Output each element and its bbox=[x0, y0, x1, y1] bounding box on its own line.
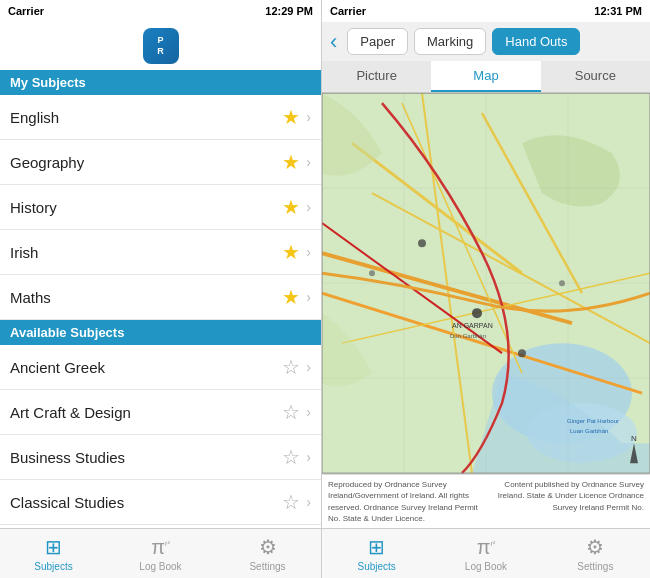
subjects-icon: ⊞ bbox=[368, 535, 385, 559]
star-empty-icon[interactable]: ☆ bbox=[282, 400, 300, 424]
nav-settings-label: Settings bbox=[249, 561, 285, 572]
subject-name: History bbox=[10, 199, 282, 216]
logo-area: PR bbox=[0, 22, 321, 70]
list-item[interactable]: Irish ★ › bbox=[0, 230, 321, 275]
list-item[interactable]: Geography ★ › bbox=[0, 140, 321, 185]
logbook-icon: πr² bbox=[151, 536, 169, 559]
sub-tab-row: Picture Map Source bbox=[322, 61, 650, 92]
svg-text:Ginger Pat Harbour: Ginger Pat Harbour bbox=[567, 418, 619, 424]
nav-logbook-label: Log Book bbox=[139, 561, 181, 572]
left-panel: Carrier 12:29 PM PR My Subjects English … bbox=[0, 0, 322, 578]
subject-name: Classical Studies bbox=[10, 494, 282, 511]
subject-name: Ancient Greek bbox=[10, 359, 282, 376]
subject-name: Business Studies bbox=[10, 449, 282, 466]
map-footer-left: Reproduced by Ordnance Survey Ireland/Go… bbox=[328, 479, 486, 524]
available-subjects-header: Available Subjects bbox=[0, 320, 321, 345]
tab-handouts[interactable]: Hand Outs bbox=[492, 28, 580, 55]
chevron-icon: › bbox=[306, 359, 311, 375]
nav-item-settings[interactable]: ⚙ Settings bbox=[214, 529, 321, 578]
map-footer: Reproduced by Ordnance Survey Ireland/Go… bbox=[322, 474, 650, 528]
right-time: 12:31 PM bbox=[594, 5, 642, 17]
logbook-icon: πr² bbox=[477, 536, 495, 559]
subject-name: Art Craft & Design bbox=[10, 404, 282, 421]
top-tab-row: ‹ Paper Marking Hand Outs bbox=[322, 22, 650, 61]
list-item[interactable]: Maths ★ › bbox=[0, 275, 321, 320]
nav-settings-label: Settings bbox=[577, 561, 613, 572]
list-item[interactable]: Business Studies ☆ › bbox=[0, 435, 321, 480]
chevron-icon: › bbox=[306, 109, 311, 125]
svg-point-14 bbox=[418, 239, 426, 247]
star-empty-icon[interactable]: ☆ bbox=[282, 445, 300, 469]
svg-point-12 bbox=[472, 308, 482, 318]
right-bottom-nav: ⊞ Subjects πr² Log Book ⚙ Settings bbox=[322, 528, 650, 578]
subject-name: English bbox=[10, 109, 282, 126]
list-item[interactable]: Ancient Greek ☆ › bbox=[0, 345, 321, 390]
tab-map[interactable]: Map bbox=[431, 61, 540, 92]
right-nav-logbook[interactable]: πr² Log Book bbox=[431, 529, 540, 578]
subjects-icon: ⊞ bbox=[45, 535, 62, 559]
nav-logbook-label: Log Book bbox=[465, 561, 507, 572]
star-icon[interactable]: ★ bbox=[282, 150, 300, 174]
svg-point-13 bbox=[518, 349, 526, 357]
star-icon[interactable]: ★ bbox=[282, 195, 300, 219]
left-time: 12:29 PM bbox=[265, 5, 313, 17]
map-container: AN GARPAN Dún Garbhán Ginger Pat Harbour… bbox=[322, 92, 650, 474]
list-item[interactable]: Classical Studies ☆ › bbox=[0, 480, 321, 525]
my-subjects-header: My Subjects bbox=[0, 70, 321, 95]
star-empty-icon[interactable]: ☆ bbox=[282, 490, 300, 514]
chevron-icon: › bbox=[306, 449, 311, 465]
logo-badge: PR bbox=[143, 28, 179, 64]
right-nav-settings[interactable]: ⚙ Settings bbox=[541, 529, 650, 578]
svg-text:Dún Garbhán: Dún Garbhán bbox=[450, 333, 486, 339]
subject-name: Geography bbox=[10, 154, 282, 171]
back-button[interactable]: ‹ bbox=[330, 29, 337, 55]
logo-text: PR bbox=[157, 35, 164, 57]
svg-text:AN GARPAN: AN GARPAN bbox=[452, 322, 493, 329]
subject-name: Irish bbox=[10, 244, 282, 261]
left-bottom-nav: ⊞ Subjects πr² Log Book ⚙ Settings bbox=[0, 528, 321, 578]
chevron-icon: › bbox=[306, 404, 311, 420]
list-item[interactable]: English ★ › bbox=[0, 95, 321, 140]
chevron-icon: › bbox=[306, 154, 311, 170]
map-image: AN GARPAN Dún Garbhán Ginger Pat Harbour… bbox=[322, 92, 650, 474]
list-item[interactable]: History ★ › bbox=[0, 185, 321, 230]
star-icon[interactable]: ★ bbox=[282, 285, 300, 309]
map-footer-right: Content published by Ordnance Survey Ire… bbox=[486, 479, 644, 524]
nav-item-logbook[interactable]: πr² Log Book bbox=[107, 529, 214, 578]
tab-marking[interactable]: Marking bbox=[414, 28, 486, 55]
chevron-icon: › bbox=[306, 244, 311, 260]
nav-subjects-label: Subjects bbox=[34, 561, 72, 572]
settings-icon: ⚙ bbox=[586, 535, 604, 559]
tab-source[interactable]: Source bbox=[541, 61, 650, 92]
status-bar-left: Carrier 12:29 PM bbox=[0, 0, 321, 22]
chevron-icon: › bbox=[306, 199, 311, 215]
list-item[interactable]: Art Craft & Design ☆ › bbox=[0, 390, 321, 435]
right-nav-subjects[interactable]: ⊞ Subjects bbox=[322, 529, 431, 578]
nav-subjects-label: Subjects bbox=[357, 561, 395, 572]
star-icon[interactable]: ★ bbox=[282, 105, 300, 129]
nav-item-subjects[interactable]: ⊞ Subjects bbox=[0, 529, 107, 578]
status-bar-right: Carrier 12:31 PM bbox=[322, 0, 650, 22]
chevron-icon: › bbox=[306, 289, 311, 305]
subjects-list: English ★ › Geography ★ › History ★ › Ir… bbox=[0, 95, 321, 528]
star-icon[interactable]: ★ bbox=[282, 240, 300, 264]
left-carrier: Carrier bbox=[8, 5, 44, 17]
svg-text:Luan Garbhán: Luan Garbhán bbox=[570, 428, 608, 434]
settings-icon: ⚙ bbox=[259, 535, 277, 559]
svg-point-16 bbox=[369, 270, 375, 276]
tab-paper[interactable]: Paper bbox=[347, 28, 408, 55]
right-panel: Carrier 12:31 PM ‹ Paper Marking Hand Ou… bbox=[322, 0, 650, 578]
tab-picture[interactable]: Picture bbox=[322, 61, 431, 92]
star-empty-icon[interactable]: ☆ bbox=[282, 355, 300, 379]
subject-name: Maths bbox=[10, 289, 282, 306]
svg-text:N: N bbox=[631, 434, 637, 443]
right-carrier: Carrier bbox=[330, 5, 366, 17]
chevron-icon: › bbox=[306, 494, 311, 510]
